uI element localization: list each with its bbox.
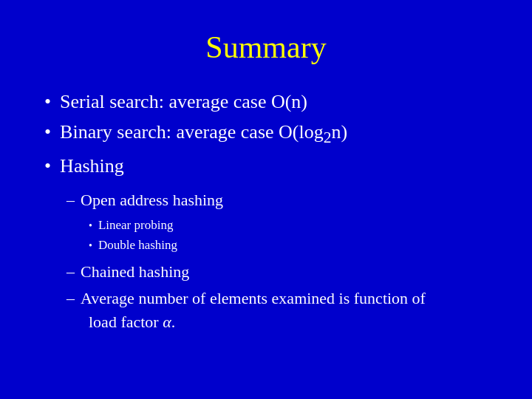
sub-bullet-double: • Double hashing bbox=[89, 235, 488, 255]
dash-2: – bbox=[66, 259, 75, 284]
bullet-serial: • Serial search: average case O(n) bbox=[44, 87, 488, 116]
sub-bullet-linear-text: Linear probing bbox=[98, 215, 174, 235]
sub-bullet-dot-1: • bbox=[89, 218, 92, 234]
sub-bullet-dot-2: • bbox=[89, 238, 92, 254]
bullet-dot-2: • bbox=[44, 117, 51, 146]
slide-title: Summary bbox=[44, 30, 488, 65]
bullet-hashing-text: Hashing bbox=[60, 151, 124, 180]
dash-chained-label: Chained hashing bbox=[81, 259, 189, 284]
slide: Summary • Serial search: average case O(… bbox=[0, 0, 532, 399]
bullet-dot-1: • bbox=[44, 87, 51, 116]
dash-average-label: Average number of elements examined is f… bbox=[81, 287, 426, 334]
sub-bullet-section: • Linear probing • Double hashing bbox=[89, 215, 488, 255]
sub-bullet-double-text: Double hashing bbox=[98, 235, 177, 255]
sub-bullet-linear: • Linear probing bbox=[89, 215, 488, 235]
dash-chained: – Chained hashing bbox=[66, 259, 488, 284]
sub-section-open-address: – Open address hashing • Linear probing … bbox=[66, 188, 488, 337]
bullet-dot-3: • bbox=[44, 151, 51, 180]
dash-open-address: – Open address hashing bbox=[66, 188, 488, 212]
dash-3: – bbox=[66, 287, 75, 310]
bullet-serial-text: Serial search: average case O(n) bbox=[60, 87, 307, 116]
bullet-hashing: • Hashing bbox=[44, 151, 488, 180]
dash-1: – bbox=[66, 188, 75, 212]
dash-average: – Average number of elements examined is… bbox=[66, 287, 488, 334]
dash-open-address-label: Open address hashing bbox=[81, 188, 223, 212]
bullet-binary: • Binary search: average case O(log2n) bbox=[44, 117, 488, 150]
bullet-binary-text: Binary search: average case O(log2n) bbox=[60, 117, 347, 150]
content-area: • Serial search: average case O(n) • Bin… bbox=[44, 87, 488, 337]
